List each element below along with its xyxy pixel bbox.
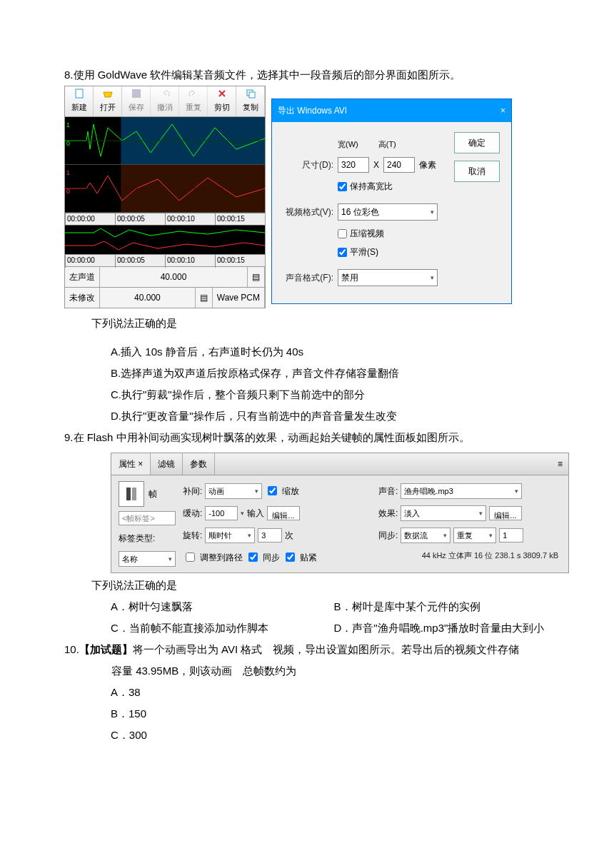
gw-channel: 左声道 xyxy=(65,267,100,287)
fp-ease-input[interactable] xyxy=(205,506,238,520)
q8-opt-d: D.执行"更改音量"操作后，只有当前选中的声音音量发生改变 xyxy=(64,405,557,427)
waveform-left[interactable]: 10 xyxy=(65,117,265,165)
gw-toolbar: 新建 打开 保存 撤消 重复 剪切 复制 xyxy=(65,86,265,117)
q8-prompt: 下列说法正确的是 xyxy=(64,313,557,334)
avi-afmt-select[interactable]: 禁用▾ xyxy=(338,269,438,286)
svg-rect-3 xyxy=(249,92,255,98)
q8-num: 8. xyxy=(64,69,74,81)
fp-frame-label: 帧 xyxy=(149,485,157,503)
fp-rotate-count-input[interactable] xyxy=(258,528,282,542)
gw-format: Wave PCM xyxy=(213,288,265,308)
q10-opt-c: C．300 xyxy=(64,725,557,746)
gw-new-button[interactable]: 新建 xyxy=(65,86,94,116)
tab-params[interactable]: 参数 xyxy=(183,453,215,475)
gw-status-bar: 左声道40.000▤ xyxy=(65,266,265,287)
avi-title-text: 导出 Windows AVI xyxy=(278,102,347,119)
q10-text2: 容量 43.95MB，则该动画 总帧数约为 xyxy=(64,660,557,682)
panel-menu-icon[interactable]: ≡ xyxy=(552,453,568,475)
fp-path-checkbox[interactable] xyxy=(186,552,195,562)
gw-modified-value: 40.000 xyxy=(100,288,196,308)
svg-rect-9 xyxy=(132,488,136,500)
close-icon[interactable]: × xyxy=(500,102,505,119)
chevron-down-icon: ▾ xyxy=(431,206,434,218)
avi-titlebar: 导出 Windows AVI× xyxy=(272,99,511,122)
gw-cut-button[interactable]: 剪切 xyxy=(208,86,236,116)
avi-afmt-label: 声音格式(F): xyxy=(283,269,333,286)
tab-properties[interactable]: 属性 × xyxy=(111,453,151,475)
fp-rotate-select[interactable]: 顺时针▾ xyxy=(205,528,255,543)
q9-opt-b: B．树叶是库中某个元件的实例 xyxy=(334,596,558,617)
fp-effect-select[interactable]: 淡入▾ xyxy=(401,505,486,521)
fp-sound-meta: 44 kHz 立体声 16 位 238.1 s 3809.7 kB xyxy=(378,547,561,567)
fp-labeltype-label: 标签类型: xyxy=(119,530,176,547)
gw-undo-button[interactable]: 撤消 xyxy=(151,86,179,116)
avi-keep-ratio-checkbox[interactable] xyxy=(338,182,347,191)
avi-vfmt-select[interactable]: 16 位彩色▾ xyxy=(338,203,438,221)
fp-labeltype-select[interactable]: 名称▾ xyxy=(119,551,176,567)
svg-rect-1 xyxy=(132,89,141,98)
fp-sound-select[interactable]: 渔舟唱晚.mp3▾ xyxy=(401,483,522,499)
avi-width-input[interactable] xyxy=(338,157,369,173)
q9-text: 在 Flash 中用补间动画实现树叶飘落的效果，动画起始关键帧的属性面板如图所示… xyxy=(74,431,470,443)
chevron-down-icon: ▾ xyxy=(431,271,434,284)
fp-scale-checkbox[interactable] xyxy=(268,486,277,495)
gw-timeline-overview: 00:00:0000:00:0500:00:1000:00:15 xyxy=(65,254,265,266)
q9-num: 9. xyxy=(64,431,74,443)
q10-opt-a: A．38 xyxy=(64,682,557,703)
waveform-overview[interactable] xyxy=(65,225,265,254)
avi-cancel-button[interactable]: 取消 xyxy=(454,161,500,182)
q10-tag: 【加试题】 xyxy=(79,643,133,655)
fp-tween-select[interactable]: 动画▾ xyxy=(205,483,262,499)
avi-height-input[interactable] xyxy=(383,157,415,173)
q10-text: 将一个动画导出为 AVI 格式 视频，导出设置如图所示。若导出后的视频文件存储 xyxy=(133,643,519,655)
q9-opt-c: C．当前帧不能直接添加动作脚本 xyxy=(111,617,334,639)
gw-timeline: 00:00:0000:00:0500:00:1000:00:15 xyxy=(65,213,265,225)
q10-opt-b: B．150 xyxy=(64,703,557,725)
fp-snap-checkbox[interactable] xyxy=(286,552,295,562)
fp-sync-select[interactable]: 数据流▾ xyxy=(401,528,451,543)
avi-dim-label: 尺寸(D): xyxy=(283,156,333,173)
goldwave-window: 新建 打开 保存 撤消 重复 剪切 复制 10 10 00:00:0000:00… xyxy=(64,86,266,308)
frame-icon xyxy=(119,481,144,507)
q9-opt-d: D．声音"渔舟唱晚.mp3"播放时音量由大到小 xyxy=(334,617,558,639)
tab-filters[interactable]: 滤镜 xyxy=(151,453,183,475)
fp-repeat-count-input[interactable] xyxy=(499,528,523,542)
q8-opt-a: A.插入 10s 静音后，右声道时长仍为 40s xyxy=(64,341,557,363)
q8-opt-b: B.选择声道为双声道后按原格式保存，声音文件存储容量翻倍 xyxy=(64,363,557,384)
fp-tabs: 属性 ×滤镜参数≡ xyxy=(111,453,568,475)
gw-open-button[interactable]: 打开 xyxy=(94,86,122,116)
fp-frame-tag-input[interactable] xyxy=(119,511,176,525)
avi-compress-checkbox[interactable] xyxy=(338,229,347,238)
q9-prompt: 下列说法正确的是 xyxy=(64,575,557,596)
gw-channel-value: 40.000 xyxy=(100,267,248,287)
gw-redo-button[interactable]: 重复 xyxy=(179,86,208,116)
q9-opt-a: A．树叶匀速飘落 xyxy=(111,596,334,617)
svg-rect-0 xyxy=(76,89,83,98)
gw-copy-button[interactable]: 复制 xyxy=(236,86,265,116)
avi-vfmt-label: 视频格式(V): xyxy=(283,203,333,221)
waveform-right[interactable]: 10 xyxy=(65,165,265,213)
q8-text: 使用 GoldWave 软件编辑某音频文件，选择其中一段音频后的部分界面如图所示… xyxy=(74,69,461,81)
flash-properties-panel: 属性 ×滤镜参数≡ 帧 标签类型: 名称▾ 补间:动画▾缩放 声音:渔舟唱晚.m… xyxy=(111,453,569,573)
avi-ok-button[interactable]: 确定 xyxy=(454,132,500,153)
avi-export-dialog: 导出 Windows AVI× 宽(W)高(T) 尺寸(D):X像素 保持高宽比… xyxy=(271,99,512,304)
svg-rect-8 xyxy=(126,488,131,500)
fp-edit-button[interactable]: 编辑... xyxy=(267,506,299,520)
fp-effect-edit-button[interactable]: 编辑... xyxy=(489,506,521,520)
fp-repeat-select[interactable]: 重复▾ xyxy=(453,528,496,543)
q10-num: 10. xyxy=(64,643,79,655)
gw-status-bar-2: 未修改40.000▤Wave PCM xyxy=(65,287,265,308)
gw-modified: 未修改 xyxy=(65,288,100,308)
q8-opt-c: C.执行"剪裁"操作后，整个音频只剩下当前选中的部分 xyxy=(64,384,557,405)
gw-save-button[interactable]: 保存 xyxy=(122,86,151,116)
avi-smooth-checkbox[interactable] xyxy=(338,248,347,257)
fp-sync-checkbox[interactable] xyxy=(248,552,258,562)
